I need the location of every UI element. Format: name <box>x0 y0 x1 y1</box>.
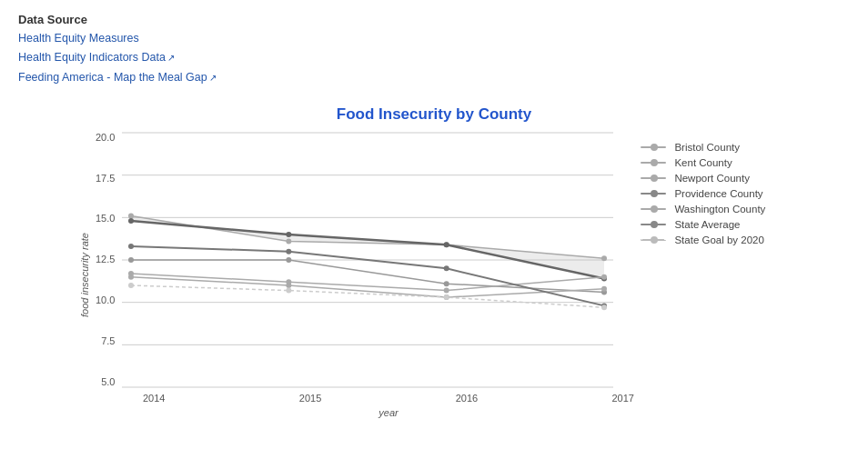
y-axis-ticks: 20.017.515.012.510.07.55.0 <box>96 133 115 387</box>
legend-item: Washington County <box>641 204 786 215</box>
chart-dot <box>287 238 292 244</box>
chart-dot <box>444 281 449 286</box>
y-tick-label: 12.5 <box>96 254 115 264</box>
legend: Bristol CountyKent CountyNewport CountyP… <box>641 142 786 245</box>
legend-label: Providence County <box>674 188 762 199</box>
legend-item: Kent County <box>641 157 786 168</box>
chart-dot <box>601 255 607 261</box>
x-tick-label: 2014 <box>143 393 165 404</box>
legend-item: State Goal by 2020 <box>641 234 786 245</box>
legend-label: Bristol County <box>674 142 740 153</box>
y-tick-label: 5.0 <box>96 377 115 387</box>
legend-item: State Average <box>641 219 786 230</box>
chart-dot <box>287 248 292 254</box>
chart-area: food insecurity rate 20.017.515.012.510.… <box>79 133 789 418</box>
chart-dot <box>128 213 134 218</box>
chart-line <box>131 215 604 258</box>
chart-dot <box>601 285 607 291</box>
chart-plot-area <box>122 133 613 387</box>
legend-dot <box>651 175 658 182</box>
y-tick-label: 15.0 <box>96 214 115 224</box>
legend-label: State Average <box>674 219 740 230</box>
chart-dot <box>128 283 134 288</box>
chart-dot <box>128 257 134 263</box>
x-tick-label: 2016 <box>456 393 478 404</box>
data-source-section: Data Source Health Equity Measures Healt… <box>18 13 850 87</box>
chart-dot <box>287 287 292 293</box>
chart-title: Food Insecurity by County <box>337 105 531 124</box>
chart-dot <box>128 218 134 224</box>
chart-area-band <box>131 215 604 278</box>
chart-dot <box>444 294 449 300</box>
link-health-equity-measures[interactable]: Health Equity Measures <box>18 29 850 48</box>
x-tick-label: 2017 <box>611 393 633 404</box>
y-tick-label: 20.0 <box>96 133 115 143</box>
chart-dot <box>287 279 292 284</box>
x-axis-ticks: 2014201520162017 <box>143 393 634 404</box>
y-axis-label: food insecurity rate <box>79 133 90 418</box>
y-tick-label: 7.5 <box>96 336 115 346</box>
legend-dot <box>651 236 658 244</box>
external-link-icon-2: ↗ <box>209 73 217 83</box>
chart-svg <box>122 133 613 387</box>
legend-dot <box>651 144 658 151</box>
chart-with-legend: 20.017.515.012.510.07.55.0 Bristol Count… <box>96 133 786 387</box>
legend-item: Providence County <box>641 188 786 199</box>
y-tick-label: 17.5 <box>96 174 115 184</box>
legend-item: Bristol County <box>641 142 786 153</box>
external-link-icon: ↗ <box>167 53 175 63</box>
chart-dot <box>444 287 449 293</box>
chart-dot <box>128 244 134 249</box>
chart-dot <box>444 265 449 271</box>
link-health-equity-indicators[interactable]: Health Equity Indicators Data↗ <box>18 48 850 67</box>
legend-dot <box>651 190 658 197</box>
data-source-title: Data Source <box>18 13 850 26</box>
legend-dot <box>651 205 658 213</box>
legend-label: State Goal by 2020 <box>674 234 763 245</box>
chart-container: Food Insecurity by County food insecurit… <box>18 105 850 418</box>
chart-dot <box>601 304 607 310</box>
chart-dot <box>128 271 134 276</box>
chart-line <box>131 221 604 278</box>
legend-item: Newport County <box>641 173 786 184</box>
chart-dot <box>287 257 292 263</box>
chart-dot <box>444 242 449 247</box>
y-tick-label: 10.0 <box>96 295 115 305</box>
x-axis-label: year <box>143 407 634 418</box>
legend-label: Washington County <box>674 204 765 215</box>
link-feeding-america[interactable]: Feeding America - Map the Meal Gap↗ <box>18 68 850 87</box>
legend-label: Kent County <box>674 157 732 168</box>
chart-dot <box>601 274 607 279</box>
legend-dot <box>651 221 658 228</box>
x-tick-label: 2015 <box>299 393 321 404</box>
legend-dot <box>651 159 658 166</box>
legend-label: Newport County <box>674 173 749 184</box>
chart-dot <box>287 232 292 237</box>
